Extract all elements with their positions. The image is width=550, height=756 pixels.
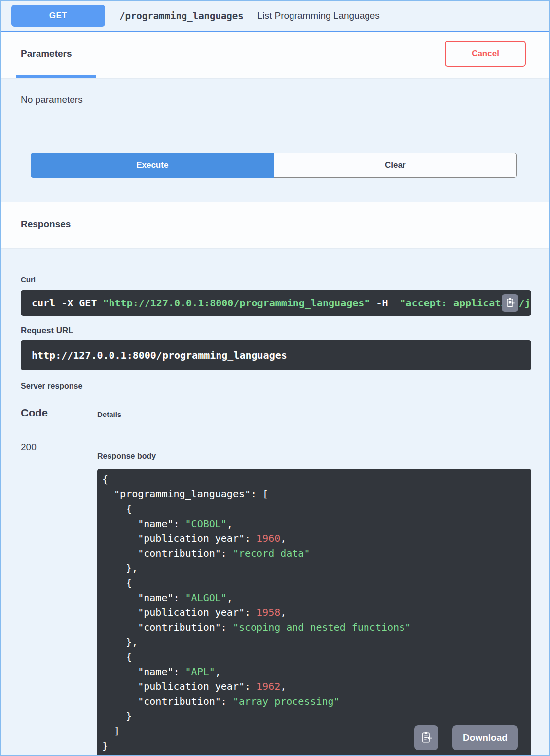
copy-to-clipboard-icon [505,297,515,309]
http-method-badge: GET [11,5,105,27]
code-column-header: Code [21,407,48,419]
response-body-code: { "programming_languages": [ { "name": "… [97,469,531,753]
parameters-header-band: Parameters Cancel [1,32,549,78]
status-code: 200 [21,442,37,453]
execute-button-group: Execute Clear [31,153,517,178]
curl-command-block: curl -X GET "http://127.0.0.1:8000/progr… [21,290,531,316]
execute-button[interactable]: Execute [31,153,274,178]
no-parameters-text: No parameters [21,94,83,105]
operation-summary[interactable]: GET /programming_languages List Programm… [1,1,549,32]
active-tab-underline [16,75,96,78]
parameters-body: No parameters Execute Clear [1,78,549,202]
operation-block-get: GET /programming_languages List Programm… [0,0,550,756]
responses-title: Responses [21,219,71,229]
copy-curl-button[interactable] [502,294,518,312]
request-url-label: Request URL [21,326,73,336]
cancel-button[interactable]: Cancel [445,41,526,67]
responses-body: Curl curl -X GET "http://127.0.0.1:8000/… [1,248,549,756]
tab-parameters[interactable]: Parameters [21,48,72,59]
copy-to-clipboard-icon [420,731,433,745]
curl-label: Curl [21,275,36,284]
operation-summary-text: List Programming Languages [257,10,380,21]
request-url-block: http://127.0.0.1:8000/programming_langua… [21,340,531,370]
clear-button[interactable]: Clear [274,153,517,178]
curl-command-code: curl -X GET "http://127.0.0.1:8000/progr… [21,297,531,309]
table-divider [21,431,531,431]
request-url-value: http://127.0.0.1:8000/programming_langua… [21,349,287,361]
copy-response-button[interactable] [414,725,438,750]
server-response-label: Server response [21,382,82,391]
responses-header-band: Responses [1,202,549,248]
download-button[interactable]: Download [452,725,518,750]
response-body-block: { "programming_languages": [ { "name": "… [97,469,531,756]
response-body-label: Response body [97,452,156,461]
details-column-header: Details [97,410,121,418]
operation-path: /programming_languages [119,10,244,21]
